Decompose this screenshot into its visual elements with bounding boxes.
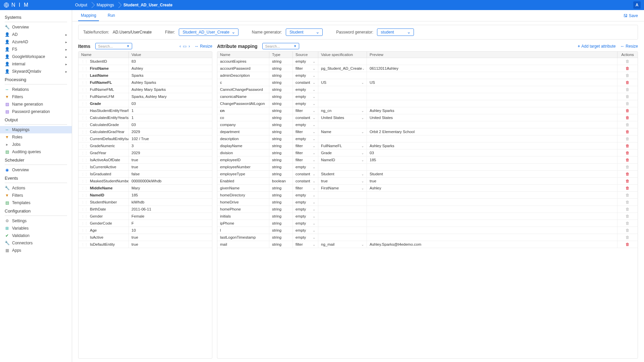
delete-icon[interactable]: 🗑 bbox=[626, 87, 630, 92]
attrs-row[interactable]: lstringempty⌄🗑 bbox=[217, 227, 638, 234]
items-row[interactable]: ⋮⋮Age10 bbox=[78, 227, 212, 234]
items-row[interactable]: ⋮⋮CurrentDefaultEntityIsActi...102 / Tru… bbox=[78, 135, 212, 142]
items-row[interactable]: ⋮⋮CalculatedGrade03 bbox=[78, 121, 212, 128]
items-row[interactable]: ⋮⋮FullNameFMLAshley Mary Sparks bbox=[78, 86, 212, 93]
delete-icon[interactable]: 🗑 bbox=[626, 200, 630, 204]
chevron-down-icon[interactable]: ⌄ bbox=[313, 123, 315, 127]
sidebar-item-connectors[interactable]: 🔧Connectors bbox=[0, 239, 72, 247]
sidebar-item-variables[interactable]: ⊞Variables bbox=[0, 225, 72, 232]
drag-handle-icon[interactable]: ⋮⋮ bbox=[81, 158, 88, 162]
attrs-row[interactable]: Enabledbooleanconstant⌄true⌄true🗑 bbox=[217, 178, 638, 185]
items-row[interactable]: ⋮⋮GradeNumeric3 bbox=[78, 142, 212, 149]
attrs-row[interactable]: displayNamestringfilter⌄FullNameFL⌄Ashle… bbox=[217, 142, 638, 149]
delete-icon[interactable]: 🗑 bbox=[626, 102, 630, 106]
chevron-down-icon[interactable]: ⌄ bbox=[313, 179, 315, 183]
chevron-down-icon[interactable]: ⌄ bbox=[361, 109, 364, 113]
items-row[interactable]: ⋮⋮MaskedStudentNumber00000000kiWhdb bbox=[78, 178, 212, 185]
sidebar-item-jobs[interactable]: ▸Jobs bbox=[0, 141, 72, 148]
items-row[interactable]: ⋮⋮IsDefaultEntitytrue bbox=[78, 241, 212, 248]
items-row[interactable]: ⋮⋮Grade03 bbox=[78, 100, 212, 107]
drag-handle-icon[interactable]: ⋮⋮ bbox=[81, 243, 88, 246]
delete-icon[interactable]: 🗑 bbox=[626, 59, 630, 63]
sidebar-item-relations[interactable]: ↔Relations bbox=[0, 86, 72, 93]
items-row[interactable]: ⋮⋮IsActivetrue bbox=[78, 234, 212, 241]
chevron-down-icon[interactable]: ⌄ bbox=[361, 144, 364, 148]
sidebar-item-ad[interactable]: 👤AD▸ bbox=[0, 31, 72, 38]
chevron-down-icon[interactable]: ⌄ bbox=[313, 95, 315, 99]
chevron-down-icon[interactable]: ⌄ bbox=[313, 88, 315, 92]
chevron-down-icon[interactable]: ⌄ bbox=[361, 158, 364, 162]
namegen-select[interactable]: Student bbox=[286, 28, 323, 36]
sidebar-item-overview[interactable]: 🔧Overview bbox=[0, 23, 72, 31]
attrs-row[interactable]: CannotChangePasswordstringempty⌄🗑 bbox=[217, 86, 638, 93]
chevron-down-icon[interactable]: ⌄ bbox=[313, 74, 315, 77]
items-row[interactable]: ⋮⋮FullNameLFMSparks, Ashley Mary bbox=[78, 93, 212, 100]
items-resize-button[interactable]: ↔ Resize bbox=[195, 44, 212, 49]
drag-handle-icon[interactable]: ⋮⋮ bbox=[81, 222, 88, 225]
attrs-row[interactable]: homePhonestringempty⌄🗑 bbox=[217, 206, 638, 213]
breadcrumb-output[interactable]: Output bbox=[70, 0, 92, 10]
delete-icon[interactable]: 🗑 bbox=[626, 80, 630, 84]
col-value[interactable]: Value bbox=[129, 52, 212, 58]
items-row[interactable]: ⋮⋮BirthDate2011-06-11 bbox=[78, 206, 212, 213]
chevron-down-icon[interactable]: ⌄ bbox=[313, 236, 315, 239]
delete-icon[interactable]: 🗑 bbox=[626, 158, 630, 162]
delete-icon[interactable]: 🗑 bbox=[626, 95, 630, 99]
attrs-row[interactable]: accountPasswordstringfilter⌄pg_Student_A… bbox=[217, 65, 638, 72]
sidebar-item-validation[interactable]: ✔Validation bbox=[0, 232, 72, 239]
pwgen-select[interactable]: student bbox=[377, 28, 414, 36]
chevron-down-icon[interactable]: ⌄ bbox=[313, 243, 315, 246]
items-row[interactable]: ⋮⋮LastNameSparks bbox=[78, 72, 212, 79]
col-spec[interactable]: Value specification bbox=[318, 52, 367, 58]
delete-icon[interactable]: 🗑 bbox=[626, 214, 630, 218]
drag-handle-icon[interactable]: ⋮⋮ bbox=[81, 172, 88, 176]
drag-handle-icon[interactable]: ⋮⋮ bbox=[81, 74, 88, 77]
sidebar-item-templates[interactable]: ▤Templates bbox=[0, 199, 72, 206]
items-row[interactable]: ⋮⋮FullNameFLAshley Sparks bbox=[78, 79, 212, 86]
chevron-down-icon[interactable]: ⌄ bbox=[313, 137, 315, 141]
col-source[interactable]: Source bbox=[293, 52, 318, 58]
delete-icon[interactable]: 🗑 bbox=[626, 123, 630, 127]
items-row[interactable]: ⋮⋮GenderCodeF bbox=[78, 220, 212, 227]
attrs-row[interactable]: adminDescriptionstringempty⌄🗑 bbox=[217, 72, 638, 79]
items-row[interactable]: ⋮⋮IsActiveAsOfDatetrue bbox=[78, 157, 212, 164]
attrs-row[interactable]: initialsstringempty⌄🗑 bbox=[217, 213, 638, 220]
drag-handle-icon[interactable]: ⋮⋮ bbox=[81, 229, 88, 232]
sidebar-item-name-generation[interactable]: ▤Name generation bbox=[0, 101, 72, 108]
add-attribute-button[interactable]: + Add target attribute bbox=[578, 44, 615, 49]
delete-icon[interactable]: 🗑 bbox=[626, 193, 630, 197]
chevron-down-icon[interactable]: ⌄ bbox=[313, 165, 315, 169]
items-row[interactable]: ⋮⋮StudentID83 bbox=[78, 58, 212, 65]
drag-handle-icon[interactable]: ⋮⋮ bbox=[81, 151, 88, 155]
items-row[interactable]: ⋮⋮IsGraduatedfalse bbox=[78, 171, 212, 178]
sidebar-item-settings[interactable]: ⚙Settings bbox=[0, 217, 72, 225]
chevron-down-icon[interactable]: ⌄ bbox=[313, 109, 315, 113]
items-row[interactable]: ⋮⋮NameID185 bbox=[78, 192, 212, 199]
chevron-down-icon[interactable]: ⌄ bbox=[361, 151, 364, 155]
items-row[interactable]: ⋮⋮CalculatedEntityYearIsActive1 bbox=[78, 114, 212, 121]
delete-icon[interactable]: 🗑 bbox=[626, 66, 630, 70]
attrs-row[interactable]: departmentstringfilter⌄Name⌄Orbit 2 Elem… bbox=[217, 128, 638, 135]
attrs-resize-button[interactable]: ↔ Resize bbox=[620, 44, 638, 49]
chevron-down-icon[interactable]: ⌄ bbox=[313, 193, 315, 197]
attrs-row[interactable]: employeeNumberstringempty⌄🗑 bbox=[217, 164, 638, 171]
chevron-down-icon[interactable]: ⌄ bbox=[361, 81, 364, 84]
save-button[interactable]: 🖫 Save bbox=[624, 13, 638, 18]
chevron-down-icon[interactable]: ⌄ bbox=[313, 81, 315, 84]
drag-handle-icon[interactable]: ⋮⋮ bbox=[81, 165, 88, 169]
breadcrumb-mappings[interactable]: Mappings bbox=[92, 0, 119, 10]
chevron-down-icon[interactable]: ⌄ bbox=[313, 151, 315, 155]
sidebar-item-filters[interactable]: ▼Filters bbox=[0, 93, 72, 101]
drag-handle-icon[interactable]: ⋮⋮ bbox=[81, 193, 88, 197]
items-row[interactable]: ⋮⋮HasStudentEntityYearForC...1 bbox=[78, 107, 212, 114]
drag-handle-icon[interactable]: ⋮⋮ bbox=[81, 130, 88, 134]
next-item-button[interactable]: › bbox=[189, 44, 190, 49]
attrs-search[interactable]: Search... ▾ bbox=[262, 43, 299, 49]
items-row[interactable]: ⋮⋮MiddleNameMary bbox=[78, 185, 212, 192]
sidebar-item-filters[interactable]: ▼Filters bbox=[0, 192, 72, 199]
delete-icon[interactable]: 🗑 bbox=[626, 137, 630, 141]
sidebar-item-googleworkspace[interactable]: 👤GoogleWorkspace▸ bbox=[0, 53, 72, 60]
attrs-row[interactable]: ipPhonestringempty⌄🗑 bbox=[217, 220, 638, 227]
attrs-row[interactable]: employeeTypestringconstant⌄Student⌄Stude… bbox=[217, 171, 638, 178]
user-avatar[interactable]: A bbox=[633, 1, 641, 9]
